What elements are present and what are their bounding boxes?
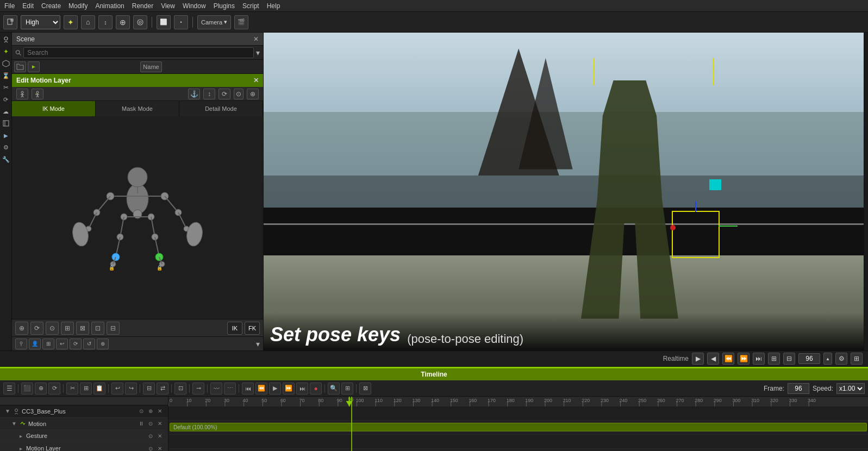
tl-loop-btn[interactable]: ⟳ bbox=[48, 383, 60, 394]
new-scene-button[interactable] bbox=[3, 15, 17, 29]
settings-button[interactable]: ⚙ bbox=[835, 353, 847, 365]
tl-prev-btn2[interactable]: ⏪ bbox=[255, 383, 267, 394]
left-tool-9[interactable]: ▶ bbox=[1, 130, 11, 140]
camera-view-button[interactable]: 🎬 bbox=[234, 15, 248, 29]
tl-layer-btn[interactable]: ⊟ bbox=[143, 383, 155, 394]
menu-script[interactable]: Script bbox=[242, 2, 259, 10]
tl-menu-btn[interactable]: ☰ bbox=[3, 383, 15, 394]
new-folder-button[interactable] bbox=[14, 61, 26, 72]
frame-input[interactable] bbox=[798, 353, 820, 364]
cc3-expand-btn[interactable]: ▼ bbox=[4, 408, 11, 415]
scene-search-input[interactable] bbox=[23, 47, 254, 58]
menu-file[interactable]: File bbox=[4, 2, 15, 10]
grid-button[interactable]: ⊞ bbox=[851, 353, 863, 365]
skel-bottom-2[interactable]: ⟳ bbox=[30, 322, 43, 335]
sparkle-icon-button[interactable]: ✦ bbox=[64, 15, 78, 29]
target-button[interactable] bbox=[133, 15, 147, 29]
tab-ik-mode[interactable]: IK Mode bbox=[12, 101, 96, 116]
tl-cut-btn[interactable]: ✂ bbox=[66, 383, 78, 394]
tl-fit-btn[interactable]: ⊞ bbox=[341, 383, 353, 394]
scene-bot-3[interactable]: ⊞ bbox=[42, 339, 54, 349]
loop-button[interactable]: ⊞ bbox=[768, 353, 780, 365]
skel-ctrl-4[interactable]: ↕ bbox=[203, 89, 215, 99]
viewport-scrollbar[interactable] bbox=[864, 33, 868, 350]
motion-expand-btn[interactable]: ▼ bbox=[11, 421, 17, 427]
viewport[interactable]: Set pose keys (pose-to-pose editing) bbox=[264, 33, 864, 350]
stop-button[interactable]: ⊟ bbox=[783, 353, 795, 365]
left-tool-1[interactable] bbox=[1, 35, 11, 45]
left-tool-5[interactable]: ✂ bbox=[1, 83, 11, 92]
tab-detail-mode[interactable]: Detail Mode bbox=[179, 101, 263, 116]
scene-bot-7[interactable]: ⊕ bbox=[97, 339, 109, 349]
tl-frame-btn[interactable]: ⊡ bbox=[174, 383, 186, 394]
timeline-right[interactable]: /* ruler ticks rendered below */ 0 10 20… bbox=[168, 397, 868, 451]
scene-bot-5[interactable]: ⟳ bbox=[70, 339, 82, 349]
tl-row-cc3[interactable] bbox=[168, 406, 868, 421]
scene-tool-2[interactable]: ► bbox=[28, 61, 40, 72]
skel-bottom-7[interactable]: ⊟ bbox=[107, 322, 120, 335]
motion-icon-1[interactable]: ⏸ bbox=[138, 420, 145, 428]
tl-graph-btn[interactable]: ⋯ bbox=[224, 383, 236, 394]
gesture-icon-2[interactable]: ✕ bbox=[156, 432, 164, 440]
menu-plugins[interactable]: Plugins bbox=[214, 2, 235, 10]
ml-icon-1[interactable]: ⊙ bbox=[147, 444, 154, 451]
skel-bottom-3[interactable]: ⊙ bbox=[46, 322, 59, 335]
motion-layer-expand-btn[interactable]: ▸ bbox=[17, 445, 24, 451]
skel-bottom-4[interactable]: ⊞ bbox=[61, 322, 74, 335]
menu-modify[interactable]: Modify bbox=[68, 2, 88, 10]
motion-icon-3[interactable]: ✕ bbox=[156, 420, 164, 428]
menu-edit[interactable]: Edit bbox=[22, 2, 34, 10]
step-back-button[interactable]: ⏪ bbox=[722, 353, 734, 365]
frame-up-button[interactable]: ▲ bbox=[823, 353, 832, 365]
last-frame-button[interactable]: ⏭ bbox=[753, 353, 765, 365]
eml-close-button[interactable]: ✕ bbox=[253, 77, 259, 84]
menu-render[interactable]: Render bbox=[132, 2, 153, 10]
tl-key-btn[interactable]: ⬛ bbox=[21, 383, 33, 394]
skel-ctrl-1[interactable] bbox=[16, 89, 28, 99]
cc3-icon-3[interactable]: ✕ bbox=[156, 408, 164, 415]
dot-button[interactable]: • bbox=[174, 15, 188, 29]
tl-row-gesture[interactable] bbox=[168, 435, 868, 449]
cc3-icon-1[interactable]: ⊙ bbox=[138, 408, 145, 415]
tl-undo-btn[interactable]: ↩ bbox=[111, 383, 123, 394]
scene-bot-2[interactable]: 👤 bbox=[29, 339, 41, 349]
gesture-icon-1[interactable]: ⊙ bbox=[147, 432, 154, 440]
menu-animation[interactable]: Animation bbox=[95, 2, 124, 10]
scene-bot-1[interactable] bbox=[15, 339, 27, 349]
skel-bottom-1[interactable]: ⊕ bbox=[15, 322, 28, 335]
left-tool-3[interactable] bbox=[1, 59, 11, 68]
left-tool-8[interactable] bbox=[1, 118, 11, 128]
speed-select[interactable]: x1.00 x0.50 x2.00 bbox=[836, 383, 865, 394]
left-tool-10[interactable]: ⚙ bbox=[1, 142, 11, 152]
tl-copy-btn[interactable]: ⊞ bbox=[80, 383, 92, 394]
menu-create[interactable]: Create bbox=[41, 2, 61, 10]
tl-fwd-all[interactable]: ⏭ bbox=[296, 383, 308, 394]
skel-bottom-6[interactable]: ⊡ bbox=[91, 322, 104, 335]
gesture-expand-btn[interactable]: ▸ bbox=[17, 433, 24, 439]
quality-dropdown[interactable]: High Medium Low bbox=[21, 15, 60, 29]
search-collapse-button[interactable]: ▾ bbox=[256, 48, 260, 57]
camera-dropdown-button[interactable]: Camera ▾ bbox=[197, 15, 231, 29]
scene-bot-6[interactable]: ↺ bbox=[83, 339, 95, 349]
skel-ctrl-2[interactable] bbox=[32, 89, 43, 99]
ml-icon-2[interactable]: ✕ bbox=[156, 444, 164, 451]
tl-fwd-btn2[interactable]: ⏩ bbox=[283, 383, 295, 394]
left-tool-6[interactable]: ⟳ bbox=[1, 95, 11, 104]
import-button[interactable]: ↕ bbox=[98, 15, 113, 29]
left-tool-11[interactable]: 🔧 bbox=[1, 154, 11, 164]
menu-view[interactable]: View bbox=[161, 2, 175, 10]
add-button[interactable]: ⊕ bbox=[116, 15, 130, 29]
tl-redo-btn[interactable]: ↪ bbox=[125, 383, 137, 394]
tl-paste-btn[interactable]: 📋 bbox=[93, 383, 105, 394]
timeline-frame-input[interactable] bbox=[788, 383, 809, 394]
tl-row-motion-layer[interactable] bbox=[168, 449, 868, 451]
tab-mask-mode[interactable]: Mask Mode bbox=[96, 101, 179, 116]
ik-mode-button[interactable]: IK bbox=[227, 322, 242, 335]
step-fwd-button[interactable]: ⏩ bbox=[738, 353, 750, 365]
scene-close-button[interactable]: ✕ bbox=[253, 35, 259, 43]
cc3-icon-2[interactable]: ⊕ bbox=[147, 408, 154, 415]
skel-ctrl-5[interactable]: ⟳ bbox=[218, 89, 230, 99]
scene-bot-4[interactable]: ↩ bbox=[56, 339, 68, 349]
menu-window[interactable]: Window bbox=[183, 2, 206, 10]
skel-bottom-5[interactable]: ⊠ bbox=[76, 322, 89, 335]
